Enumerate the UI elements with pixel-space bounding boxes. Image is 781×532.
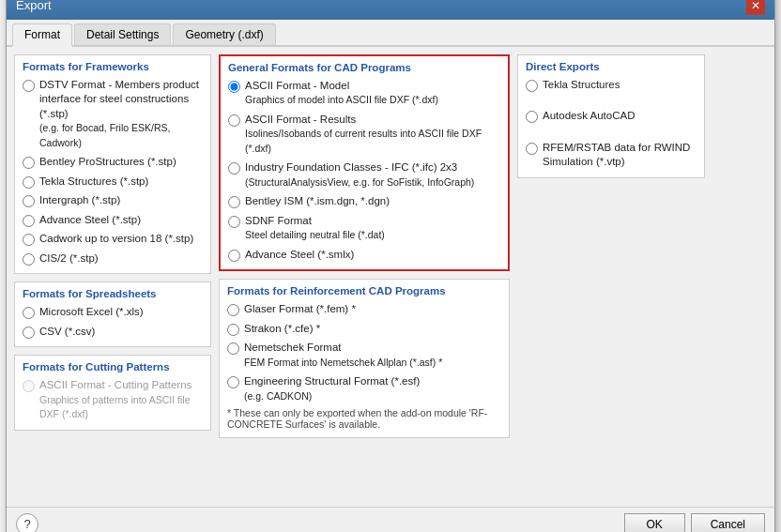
glaser-radio[interactable] [227, 304, 239, 316]
rwind-label: RFEM/RSTAB data for RWIND Simulation (*.… [543, 141, 697, 170]
bentley-ism-label: Bentley ISM (*.ism.dgn, *.dgn) [245, 194, 390, 209]
nemetschek-radio[interactable] [227, 342, 239, 355]
esf-radio[interactable] [227, 376, 239, 388]
direct-exports-title: Direct Exports [526, 61, 697, 72]
ascii-cutting-radio[interactable] [23, 380, 35, 392]
list-item: Nemetschek Format FEM Format into Nemets… [227, 341, 501, 370]
ascii-results-label: ASCII Format - Results Isolines/Isobands… [245, 113, 500, 157]
dstv-label: DSTV Format - Members product interface … [39, 78, 203, 151]
frameworks-options: DSTV Format - Members product interface … [23, 78, 203, 266]
bentley-pro-radio[interactable] [23, 157, 35, 169]
list-item: Industry Foundation Classes - IFC (*.ifc… [228, 160, 500, 190]
ascii-cutting-label: ASCII Format - Cutting Patterns Graphics… [39, 378, 203, 422]
list-item: Engineering Structural Format (*.esf) (e… [227, 374, 501, 403]
bentley-pro-label: Bentley ProStructures (*.stp) [39, 155, 176, 170]
frameworks-section: Formats for Frameworks DSTV Format - Mem… [14, 54, 211, 275]
spreadsheets-options: Microsoft Excel (*.xls) CSV (*.csv) [23, 305, 203, 339]
autocad-radio[interactable] [526, 111, 538, 123]
help-button[interactable]: ? [16, 513, 38, 533]
dstv-radio[interactable] [23, 80, 35, 92]
list-item: CSV (*.csv) [23, 325, 203, 340]
action-buttons: OK Cancel [624, 513, 765, 533]
list-item: CIS/2 (*.stp) [23, 251, 203, 266]
advance-fw-label: Advance Steel (*.stp) [39, 213, 141, 228]
csv-label: CSV (*.csv) [39, 325, 95, 340]
list-item: Advance Steel (*.smlx) [228, 248, 500, 263]
ok-button[interactable]: OK [624, 513, 685, 533]
tekla-fw-radio[interactable] [23, 176, 35, 189]
cutting-options: ASCII Format - Cutting Patterns Graphics… [23, 378, 203, 422]
dialog-title: Export [16, 0, 52, 12]
list-item: Intergraph (*.stp) [23, 193, 203, 208]
direct-exports-options: Tekla Structures Autodesk AutoCAD RFEM/R… [526, 78, 697, 170]
list-item: Microsoft Excel (*.xls) [23, 305, 203, 320]
glaser-label: Glaser Format (*.fem) * [244, 302, 356, 317]
list-item: Bentley ProStructures (*.stp) [23, 155, 203, 170]
strakon-radio[interactable] [227, 324, 239, 336]
list-item: Advance Steel (*.stp) [23, 213, 203, 228]
title-bar: Export ✕ [7, 0, 774, 20]
list-item: ASCII Format - Model Graphics of model i… [228, 79, 500, 108]
esf-label: Engineering Structural Format (*.esf) (e… [244, 374, 420, 403]
bentley-ism-radio[interactable] [228, 196, 240, 208]
list-item: ASCII Format - Results Isolines/Isobands… [228, 113, 500, 157]
tekla-fw-label: Tekla Structures (*.stp) [39, 175, 148, 190]
ifc-radio[interactable] [228, 162, 240, 175]
close-button[interactable]: ✕ [746, 0, 765, 15]
list-item: Strakon (*.cfe) * [227, 322, 501, 337]
tekla-direct-radio[interactable] [526, 80, 538, 92]
right-column: Direct Exports Tekla Structures Autodesk… [517, 54, 705, 499]
excel-label: Microsoft Excel (*.xls) [39, 305, 144, 320]
advance-smlx-label: Advance Steel (*.smlx) [245, 248, 354, 263]
cancel-button[interactable]: Cancel [691, 513, 765, 533]
list-item: ASCII Format - Cutting Patterns Graphics… [23, 378, 203, 422]
ascii-model-label: ASCII Format - Model Graphics of model i… [245, 79, 438, 108]
list-item: Tekla Structures [526, 78, 697, 93]
direct-exports-section: Direct Exports Tekla Structures Autodesk… [517, 54, 705, 178]
general-cad-section: General Formats for CAD Programs ASCII F… [219, 54, 510, 272]
cutting-patterns-section: Formats for Cutting Patterns ASCII Forma… [14, 355, 211, 431]
cis2-radio[interactable] [23, 253, 35, 266]
advance-fw-radio[interactable] [23, 215, 35, 227]
list-item: Cadwork up to version 18 (*.stp) [23, 232, 203, 247]
spreadsheets-section: Formats for Spreadsheets Microsoft Excel… [14, 281, 211, 347]
excel-radio[interactable] [23, 307, 35, 319]
general-cad-options: ASCII Format - Model Graphics of model i… [228, 79, 500, 263]
dialog-content: Formats for Frameworks DSTV Format - Mem… [7, 47, 774, 507]
nemetschek-label: Nemetschek Format FEM Format into Nemets… [244, 341, 442, 370]
left-column: Formats for Frameworks DSTV Format - Mem… [14, 54, 211, 499]
reinforcement-section: Formats for Reinforcement CAD Programs G… [219, 279, 510, 438]
frameworks-title: Formats for Frameworks [23, 61, 203, 72]
tekla-direct-label: Tekla Structures [543, 78, 620, 93]
intergraph-label: Intergraph (*.stp) [39, 193, 120, 208]
list-item: Tekla Structures (*.stp) [23, 175, 203, 190]
reinforcement-note: * These can only be exported when the ad… [227, 407, 501, 430]
ascii-results-radio[interactable] [228, 114, 240, 127]
list-item: DSTV Format - Members product interface … [23, 78, 203, 151]
ifc-label: Industry Foundation Classes - IFC (*.ifc… [245, 160, 474, 190]
bottom-bar: ? OK Cancel [7, 507, 774, 533]
advance-smlx-radio[interactable] [228, 250, 240, 262]
list-item: RFEM/RSTAB data for RWIND Simulation (*.… [526, 141, 697, 170]
sdnf-radio[interactable] [228, 216, 240, 228]
tab-detail-settings[interactable]: Detail Settings [74, 23, 171, 45]
list-item: SDNF Format Steel detailing neutral file… [228, 214, 500, 243]
cadwork-radio[interactable] [23, 234, 35, 246]
spreadsheets-title: Formats for Spreadsheets [23, 288, 203, 299]
intergraph-radio[interactable] [23, 195, 35, 207]
export-dialog: Export ✕ Format Detail Settings Geometry… [6, 0, 775, 532]
reinforcement-options: Glaser Format (*.fem) * Strakon (*.cfe) … [227, 302, 501, 403]
strakon-label: Strakon (*.cfe) * [244, 322, 320, 337]
cadwork-label: Cadwork up to version 18 (*.stp) [39, 232, 193, 247]
tab-geometry[interactable]: Geometry (.dxf) [173, 23, 275, 45]
center-column: General Formats for CAD Programs ASCII F… [219, 54, 510, 499]
cutting-patterns-title: Formats for Cutting Patterns [23, 361, 203, 372]
tab-format[interactable]: Format [12, 23, 72, 47]
cis2-label: CIS/2 (*.stp) [39, 251, 99, 266]
list-item: Glaser Format (*.fem) * [227, 302, 501, 317]
rwind-radio[interactable] [526, 143, 538, 155]
ascii-model-radio[interactable] [228, 81, 240, 93]
csv-radio[interactable] [23, 327, 35, 339]
tab-bar: Format Detail Settings Geometry (.dxf) [7, 20, 774, 47]
general-cad-title: General Formats for CAD Programs [228, 62, 500, 73]
